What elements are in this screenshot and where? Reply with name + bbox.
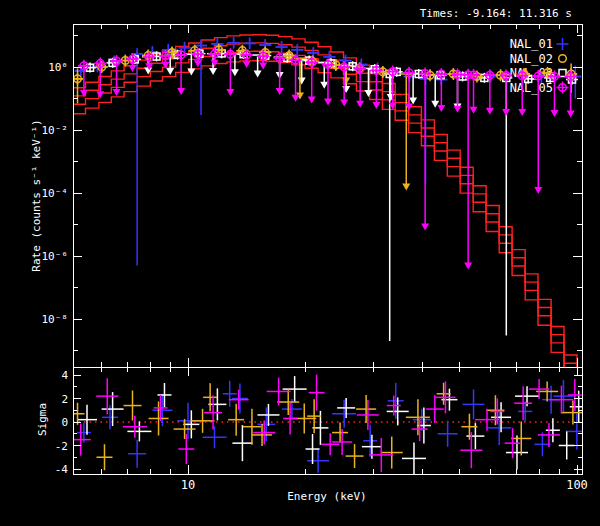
svg-text:4: 4 xyxy=(61,369,68,382)
upper-limit-arrow xyxy=(177,88,185,95)
svg-text:2: 2 xyxy=(61,393,68,406)
upper-limit-arrow xyxy=(96,91,104,98)
energy-axis-title: Energy (keV) xyxy=(227,490,427,503)
upper-limit-arrow xyxy=(324,98,332,105)
svg-text:-4: -4 xyxy=(55,463,69,476)
svg-text:10⁻²: 10⁻² xyxy=(42,124,69,137)
upper-limit-arrow xyxy=(259,62,267,69)
upper-limit-arrow xyxy=(364,90,372,97)
residuals-NAL_05 xyxy=(71,375,582,472)
legend-label-NAL_02: NAL_02 xyxy=(510,52,553,66)
svg-text:100: 100 xyxy=(566,478,588,492)
upper-limit-arrow xyxy=(486,108,494,115)
svg-text:0: 0 xyxy=(61,416,68,429)
upper-limit-arrow xyxy=(431,101,439,108)
upper-limit-arrow xyxy=(254,70,262,77)
upper-limit-arrow xyxy=(113,89,121,96)
svg-text:10⁰: 10⁰ xyxy=(48,61,68,74)
svg-text:10⁻⁴: 10⁻⁴ xyxy=(42,187,69,200)
residuals-NAL_03 xyxy=(77,376,588,474)
upper-limit-arrow xyxy=(342,86,350,93)
upper-limit-arrow xyxy=(231,69,239,76)
upper-limit-arrow xyxy=(340,99,348,106)
upper-limit-arrow xyxy=(567,110,575,117)
spectrum-plot-canvas: NAL_01NAL_02NAL_03NAL_0510⁰10⁻²10⁻⁴10⁻⁶1… xyxy=(0,0,600,526)
upper-limit-arrow xyxy=(409,97,417,104)
upper-limit-arrow xyxy=(470,107,478,114)
upper-limit-arrow xyxy=(308,96,316,103)
upper-limit-arrow xyxy=(276,88,284,95)
svg-text:10: 10 xyxy=(181,478,195,492)
upper-limit-arrow xyxy=(421,223,429,230)
upper-limit-arrow xyxy=(209,68,217,75)
legend: NAL_01NAL_02NAL_03NAL_05 xyxy=(510,37,569,95)
upper-limit-arrow xyxy=(166,68,174,75)
residuals-NAL_01 xyxy=(77,380,588,473)
main-panel-data xyxy=(72,35,582,411)
upper-limit-arrow xyxy=(502,109,510,116)
upper-limit-arrow xyxy=(464,263,472,270)
svg-text:10⁻⁶: 10⁻⁶ xyxy=(42,250,69,263)
upper-limit-arrow xyxy=(320,82,328,89)
residuals-NAL_02 xyxy=(71,381,585,470)
upper-limit-arrow xyxy=(129,65,137,72)
sigma-panel-data xyxy=(71,375,588,475)
upper-limit-arrow xyxy=(356,101,364,108)
upper-limit-arrow xyxy=(372,102,380,109)
upper-limit-arrow xyxy=(298,77,306,84)
plot-window: NAL_01NAL_02NAL_03NAL_0510⁰10⁻²10⁻⁴10⁻⁶1… xyxy=(0,0,600,526)
upper-limit-arrow xyxy=(243,61,251,68)
time-interval-label: Times: -9.164: 11.316 s xyxy=(420,7,572,20)
svg-text:-2: -2 xyxy=(55,440,68,453)
upper-limit-arrow xyxy=(437,105,445,112)
sigma-axis-title: Sigma xyxy=(36,270,49,526)
upper-limit-arrow xyxy=(518,109,526,116)
upper-limit-arrow xyxy=(226,89,234,96)
upper-limit-arrow xyxy=(292,95,300,102)
legend-label-NAL_01: NAL_01 xyxy=(510,37,553,51)
upper-limit-arrow xyxy=(454,106,462,113)
upper-limit-arrow xyxy=(550,110,558,117)
series-NAL_03 xyxy=(84,48,578,341)
upper-limit-arrow xyxy=(402,183,410,190)
upper-limit-arrow xyxy=(534,187,542,194)
